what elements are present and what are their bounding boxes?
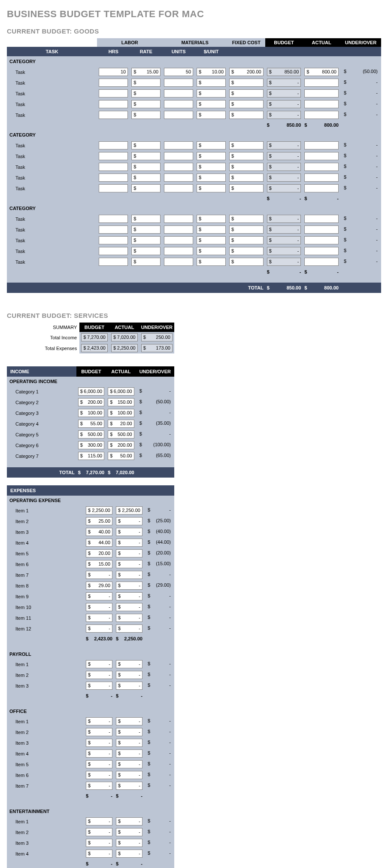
money-cell[interactable]: $44.00 — [86, 539, 112, 547]
money-cell[interactable]: $- — [86, 828, 112, 836]
money-cell[interactable]: $ — [197, 258, 226, 266]
value-cell[interactable] — [304, 247, 339, 255]
money-cell[interactable]: $- — [86, 850, 112, 858]
money-cell[interactable]: $- — [116, 717, 142, 725]
value-cell[interactable] — [99, 258, 128, 266]
money-cell[interactable]: $- — [116, 582, 142, 590]
money-cell[interactable]: $- — [116, 614, 142, 622]
money-cell[interactable]: $15.00 — [131, 68, 161, 76]
money-cell[interactable]: $- — [116, 560, 142, 568]
value-cell[interactable] — [164, 258, 193, 266]
value-cell[interactable] — [99, 247, 128, 255]
value-cell[interactable] — [99, 184, 128, 192]
money-cell[interactable]: $ — [229, 236, 264, 244]
money-cell[interactable]: $115.00 — [78, 452, 104, 460]
value-cell[interactable] — [164, 184, 193, 192]
value-cell[interactable] — [304, 163, 339, 171]
value-cell[interactable] — [164, 215, 193, 223]
money-cell[interactable]: $100.00 — [108, 409, 134, 417]
value-cell[interactable]: 10 — [99, 68, 128, 76]
money-cell[interactable]: $ — [197, 89, 226, 97]
money-cell[interactable]: $- — [116, 539, 142, 547]
value-cell[interactable] — [304, 89, 339, 97]
money-cell[interactable]: $ — [197, 79, 226, 87]
value-cell[interactable] — [164, 89, 193, 97]
money-cell[interactable]: $- — [116, 850, 142, 858]
money-cell[interactable]: $55.00 — [78, 420, 104, 428]
value-cell[interactable] — [99, 141, 128, 149]
money-cell[interactable]: $- — [116, 528, 142, 536]
money-cell[interactable]: $ — [131, 247, 161, 255]
money-cell[interactable]: $ — [197, 225, 226, 234]
money-cell[interactable]: $ — [229, 184, 264, 192]
value-cell[interactable] — [304, 236, 339, 244]
money-cell[interactable]: $ — [131, 152, 161, 160]
money-cell[interactable]: $- — [86, 682, 112, 690]
value-cell[interactable] — [304, 215, 339, 223]
value-cell[interactable] — [164, 79, 193, 87]
money-cell[interactable]: $ — [131, 225, 161, 234]
money-cell[interactable]: $- — [86, 839, 112, 847]
money-cell[interactable]: $300.00 — [78, 441, 104, 449]
money-cell[interactable]: $ — [131, 89, 161, 97]
money-cell[interactable]: $- — [116, 549, 142, 557]
value-cell[interactable] — [304, 258, 339, 266]
money-cell[interactable]: $200.00 — [229, 68, 264, 76]
money-cell[interactable]: $- — [116, 517, 142, 525]
value-cell[interactable] — [99, 111, 128, 119]
money-cell[interactable]: $- — [86, 603, 112, 611]
money-cell[interactable]: $- — [116, 739, 142, 747]
value-cell[interactable] — [99, 174, 128, 182]
money-cell[interactable]: $200.00 — [78, 398, 104, 406]
money-cell[interactable]: $- — [116, 817, 142, 825]
money-cell[interactable]: $- — [116, 660, 142, 668]
money-cell[interactable]: $ — [229, 141, 264, 149]
money-cell[interactable]: $- — [86, 717, 112, 725]
money-cell[interactable]: $50.00 — [108, 452, 134, 460]
value-cell[interactable] — [99, 163, 128, 171]
money-cell[interactable]: $ — [229, 225, 264, 234]
money-cell[interactable]: $ — [131, 184, 161, 192]
money-cell[interactable]: $ — [131, 258, 161, 266]
value-cell[interactable] — [99, 79, 128, 87]
money-cell[interactable]: $- — [116, 603, 142, 611]
money-cell[interactable]: $- — [86, 592, 112, 600]
value-cell[interactable] — [304, 100, 339, 108]
value-cell[interactable] — [164, 141, 193, 149]
value-cell[interactable] — [164, 236, 193, 244]
money-cell[interactable]: $15.00 — [86, 560, 112, 568]
money-cell[interactable]: $6,000.00 — [78, 387, 104, 396]
value-cell[interactable] — [99, 152, 128, 160]
money-cell[interactable]: $ — [229, 174, 264, 182]
money-cell[interactable]: $ — [197, 247, 226, 255]
money-cell[interactable]: $ — [229, 258, 264, 266]
value-cell[interactable] — [164, 225, 193, 234]
money-cell[interactable]: $ — [131, 174, 161, 182]
money-cell[interactable]: $100.00 — [78, 409, 104, 417]
money-cell[interactable]: $ — [229, 89, 264, 97]
money-cell[interactable]: $6,000.00 — [108, 387, 134, 396]
value-cell[interactable] — [304, 225, 339, 234]
value-cell[interactable] — [99, 225, 128, 234]
money-cell[interactable]: $- — [86, 614, 112, 622]
money-cell[interactable]: $ — [229, 152, 264, 160]
money-cell[interactable]: $ — [197, 152, 226, 160]
value-cell[interactable] — [304, 79, 339, 87]
money-cell[interactable]: $500.00 — [108, 430, 134, 439]
money-cell[interactable]: $ — [229, 100, 264, 108]
value-cell[interactable] — [164, 163, 193, 171]
money-cell[interactable]: $- — [116, 671, 142, 679]
value-cell[interactable] — [164, 174, 193, 182]
money-cell[interactable]: $ — [229, 215, 264, 223]
money-cell[interactable]: $- — [116, 682, 142, 690]
money-cell[interactable]: $25.00 — [86, 517, 112, 525]
value-cell[interactable] — [99, 100, 128, 108]
money-cell[interactable]: $- — [86, 624, 112, 633]
money-cell[interactable]: $- — [116, 839, 142, 847]
value-cell[interactable] — [164, 100, 193, 108]
money-cell[interactable]: $- — [86, 760, 112, 768]
value-cell[interactable] — [304, 174, 339, 182]
money-cell[interactable]: $- — [86, 739, 112, 747]
money-cell[interactable]: $- — [86, 771, 112, 779]
money-cell[interactable]: $ — [197, 174, 226, 182]
